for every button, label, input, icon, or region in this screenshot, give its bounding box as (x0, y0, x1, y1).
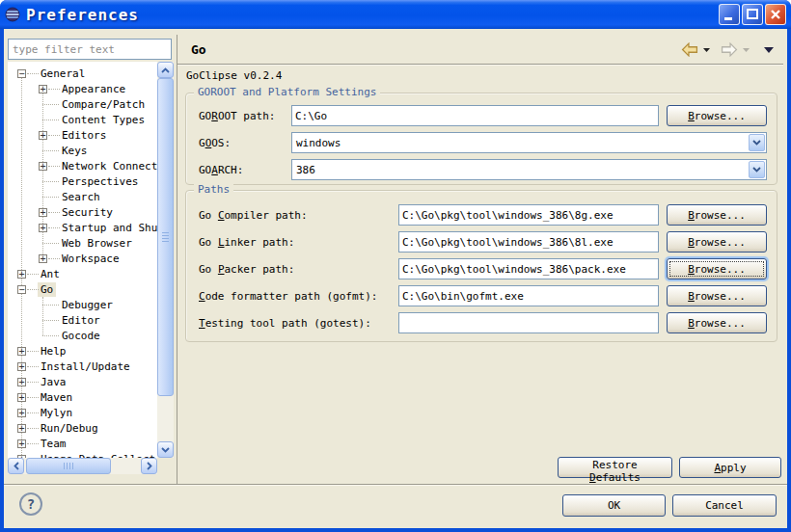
expand-icon[interactable]: + (17, 378, 26, 386)
expand-icon[interactable]: + (17, 424, 26, 433)
tree-item-mylyn[interactable]: +Mylyn (8, 405, 157, 420)
forward-dropdown-button[interactable] (743, 48, 750, 52)
expand-icon[interactable]: + (39, 208, 47, 217)
tree-item-label: Debugger (59, 298, 116, 312)
go-compiler-path-input[interactable] (398, 204, 659, 226)
tree-item-keys[interactable]: Keys (8, 143, 157, 158)
tree-item-search[interactable]: Search (8, 189, 157, 204)
tree-item-go[interactable]: −Go (8, 281, 157, 297)
tree-item-content-types[interactable]: Content Types (8, 112, 157, 127)
expand-icon[interactable]: + (39, 162, 47, 171)
back-dropdown-button[interactable] (703, 48, 710, 52)
testing-tool-path-gotest-input[interactable] (398, 312, 659, 333)
scroll-up-button[interactable] (157, 62, 174, 78)
code-formatter-path-gofmt-browse-button[interactable]: Browse... (667, 285, 767, 306)
tree-item-label: Compare/Patch (59, 97, 148, 112)
expand-icon[interactable]: + (17, 347, 26, 356)
tree-item-label: Security (59, 205, 116, 220)
goos-label: GOOS: (199, 137, 291, 149)
close-button[interactable] (765, 4, 786, 25)
tree-vertical-scrollbar[interactable] (157, 62, 174, 458)
combo-value: windows (292, 137, 748, 149)
scroll-down-button[interactable] (157, 441, 174, 458)
tree-item-debugger[interactable]: Debugger (8, 297, 157, 312)
tree-item-run-debug[interactable]: +Run/Debug (8, 420, 157, 436)
tree-item-editor[interactable]: Editor (8, 312, 157, 328)
tree-item-maven[interactable]: +Maven (8, 389, 157, 405)
go-packer-path-browse-button[interactable]: Browse... (667, 258, 767, 279)
expand-icon[interactable]: + (39, 131, 47, 140)
go-linker-path-input[interactable] (398, 231, 659, 253)
expand-icon[interactable]: + (39, 224, 47, 232)
combo-dropdown-button[interactable] (749, 134, 765, 151)
tree-item-startup-and-shu[interactable]: +Startup and Shu (8, 220, 157, 235)
expand-icon[interactable]: + (17, 270, 26, 279)
go-packer-path-input[interactable] (398, 258, 659, 279)
tree-item-editors[interactable]: +Editors (8, 127, 157, 143)
goroot-path-input[interactable] (291, 105, 659, 126)
tree-item-install-update[interactable]: +Install/Update (8, 359, 157, 374)
apply-button[interactable]: Apply (679, 457, 781, 478)
combo-dropdown-button[interactable] (749, 161, 765, 178)
tree-items: −General+AppearanceCompare/PatchContent … (8, 62, 157, 458)
scroll-right-button[interactable] (141, 458, 157, 474)
collapse-icon[interactable]: − (17, 69, 26, 78)
tree-item-gocode[interactable]: Gocode (8, 328, 157, 343)
tree-item-label: Java (38, 375, 69, 389)
dialog-body: −General+AppearanceCompare/PatchContent … (4, 29, 787, 528)
tree-item-web-browser[interactable]: Web Browser (8, 235, 157, 251)
ok-button[interactable]: OK (562, 494, 666, 517)
scroll-left-button[interactable] (8, 458, 24, 474)
group-rows-0: GOROOT path:Browse...GOOS:windowsGOARCH:… (186, 93, 777, 180)
tree-item-help[interactable]: +Help (8, 343, 157, 359)
back-button[interactable] (681, 42, 698, 57)
collapse-icon[interactable]: − (17, 285, 26, 294)
tree-item-general[interactable]: −General (8, 66, 157, 81)
help-button[interactable]: ? (19, 492, 42, 516)
view-menu-button[interactable] (764, 47, 774, 53)
tree-item-label: Gocode (59, 329, 103, 343)
filter-input[interactable] (8, 39, 172, 60)
go-linker-path-browse-button[interactable]: Browse... (667, 231, 767, 253)
expand-icon[interactable]: + (39, 254, 47, 263)
vertical-scroll-thumb[interactable] (157, 78, 174, 396)
expand-icon[interactable]: + (17, 439, 26, 448)
go-compiler-path-browse-button[interactable]: Browse... (667, 204, 767, 226)
expand-icon[interactable]: + (39, 85, 47, 93)
tree-item-usage-data-collect[interactable]: +Usage Data Collect (8, 451, 157, 458)
goarch-combo[interactable]: 386 (291, 159, 767, 180)
code-formatter-path-gofmt-input[interactable] (398, 285, 659, 306)
minimize-button[interactable] (719, 4, 740, 25)
tree-item-perspectives[interactable]: Perspectives (8, 173, 157, 189)
tree-item-appearance[interactable]: +Appearance (8, 81, 157, 96)
expand-icon[interactable]: + (17, 393, 26, 402)
tree-item-java[interactable]: +Java (8, 374, 157, 389)
tree-item-label: Mylyn (38, 406, 75, 420)
testing-tool-path-gotest-browse-button[interactable]: Browse... (667, 312, 767, 333)
expand-icon[interactable]: + (17, 362, 26, 371)
tree-item-compare-patch[interactable]: Compare/Patch (8, 96, 157, 112)
tree-guide (42, 89, 43, 258)
tree-item-security[interactable]: +Security (8, 204, 157, 220)
cancel-button[interactable]: Cancel (672, 494, 777, 517)
goarch-label: GOARCH: (199, 164, 291, 176)
tree-item-team[interactable]: +Team (8, 436, 157, 451)
maximize-button[interactable] (742, 4, 763, 25)
tree-item-label: Go (38, 282, 56, 297)
tree-item-network-connect[interactable]: +Network Connect (8, 158, 157, 173)
tree-item-workspace[interactable]: +Workspace (8, 251, 157, 266)
tree-item-ant[interactable]: +Ant (8, 266, 157, 281)
group-goroot-settings: GOROOT and Platform Settings GOROOT path… (185, 93, 777, 185)
goroot-path-browse-button[interactable]: Browse... (667, 105, 767, 126)
expand-icon[interactable]: + (17, 409, 26, 417)
goos-combo[interactable]: windows (291, 132, 767, 153)
group-title: GOROOT and Platform Settings (194, 86, 380, 98)
restore-defaults-button[interactable]: Restore Defaults (558, 457, 672, 478)
tree-item-label: Team (38, 437, 69, 451)
tree-horizontal-scrollbar[interactable] (8, 458, 157, 474)
go-compiler-path-row: Go Compiler path:Browse... (199, 204, 767, 226)
forward-button[interactable] (721, 42, 738, 57)
titlebar[interactable]: Preferences (0, 0, 791, 29)
panel-separator (177, 35, 177, 484)
horizontal-scroll-thumb[interactable] (26, 458, 111, 474)
